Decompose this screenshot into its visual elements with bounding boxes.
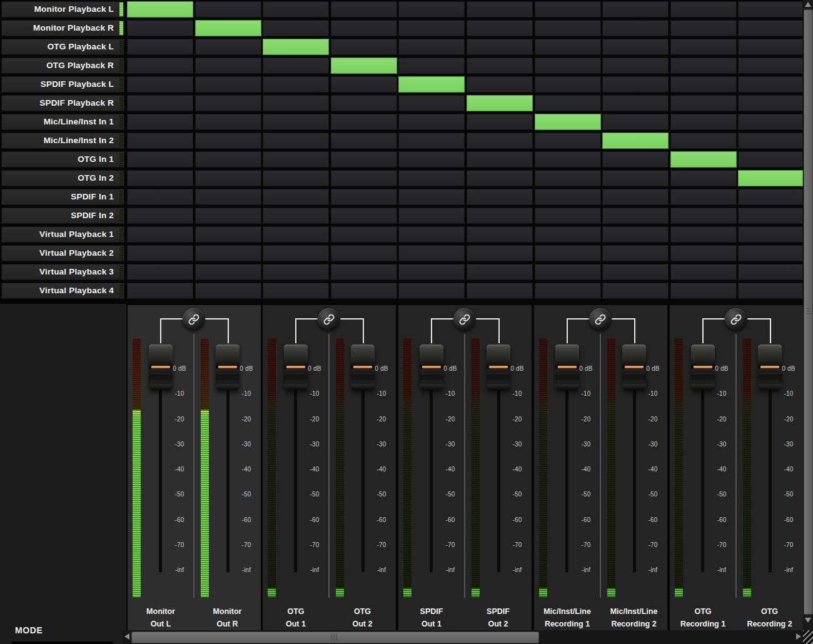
mode-select[interactable]: Advanced xyxy=(12,641,113,644)
matrix-cell[interactable] xyxy=(331,114,397,130)
matrix-cell[interactable] xyxy=(602,170,669,186)
matrix-cell[interactable] xyxy=(467,208,533,224)
matrix-cell[interactable] xyxy=(331,226,397,243)
matrix-cell[interactable] xyxy=(602,189,669,205)
matrix-cell[interactable] xyxy=(127,151,193,168)
matrix-cell[interactable] xyxy=(263,189,329,205)
matrix-cell[interactable] xyxy=(535,58,601,74)
matrix-cell[interactable] xyxy=(331,1,397,18)
matrix-cell[interactable] xyxy=(398,20,465,36)
matrix-cell[interactable] xyxy=(331,39,397,55)
matrix-cell[interactable] xyxy=(670,151,737,168)
matrix-cell[interactable] xyxy=(670,39,737,55)
matrix-cell[interactable] xyxy=(670,226,737,243)
matrix-cell[interactable] xyxy=(398,226,465,243)
matrix-cell[interactable] xyxy=(738,283,803,299)
matrix-cell[interactable] xyxy=(398,245,465,261)
matrix-cell[interactable] xyxy=(127,95,193,111)
matrix-cell[interactable] xyxy=(602,58,669,74)
matrix-cell[interactable] xyxy=(195,76,261,93)
matrix-cell[interactable] xyxy=(467,95,533,111)
matrix-cell[interactable] xyxy=(670,208,737,224)
matrix-cell[interactable] xyxy=(331,95,397,111)
matrix-cell[interactable] xyxy=(195,1,261,18)
matrix-cell[interactable] xyxy=(602,39,669,55)
matrix-cell[interactable] xyxy=(738,114,803,130)
matrix-cell[interactable] xyxy=(127,58,193,74)
matrix-cell[interactable] xyxy=(535,151,601,168)
matrix-cell[interactable] xyxy=(195,20,261,36)
matrix-cell[interactable] xyxy=(263,151,329,168)
matrix-cell[interactable] xyxy=(738,76,803,93)
matrix-cell[interactable] xyxy=(602,264,669,280)
matrix-cell[interactable] xyxy=(127,208,193,224)
matrix-cell[interactable] xyxy=(535,39,601,55)
matrix-cell[interactable] xyxy=(331,170,397,186)
matrix-cell[interactable] xyxy=(535,245,601,261)
matrix-cell[interactable] xyxy=(127,1,193,18)
matrix-cell[interactable] xyxy=(195,226,261,243)
matrix-cell[interactable] xyxy=(670,76,737,93)
matrix-cell[interactable] xyxy=(602,151,669,168)
matrix-cell[interactable] xyxy=(331,189,397,205)
matrix-cell[interactable] xyxy=(331,76,397,93)
matrix-cell[interactable] xyxy=(398,208,465,224)
matrix-cell[interactable] xyxy=(535,76,601,93)
matrix-cell[interactable] xyxy=(263,20,329,36)
matrix-cell[interactable] xyxy=(670,114,737,130)
matrix-cell[interactable] xyxy=(670,264,737,280)
matrix-cell[interactable] xyxy=(127,76,193,93)
horizontal-scrollbar[interactable] xyxy=(123,630,803,644)
matrix-cell[interactable] xyxy=(398,133,465,149)
matrix-cell[interactable] xyxy=(195,133,261,149)
matrix-cell[interactable] xyxy=(738,58,803,74)
matrix-cell[interactable] xyxy=(398,151,465,168)
matrix-cell[interactable] xyxy=(602,1,669,18)
matrix-cell[interactable] xyxy=(738,151,803,168)
matrix-cell[interactable] xyxy=(467,170,533,186)
matrix-cell[interactable] xyxy=(670,189,737,205)
matrix-cell[interactable] xyxy=(738,39,803,55)
matrix-cell[interactable] xyxy=(670,133,737,149)
matrix-cell[interactable] xyxy=(602,20,669,36)
matrix-cell[interactable] xyxy=(331,20,397,36)
matrix-cell[interactable] xyxy=(331,151,397,168)
matrix-cell[interactable] xyxy=(535,208,601,224)
matrix-cell[interactable] xyxy=(535,20,601,36)
matrix-cell[interactable] xyxy=(398,189,465,205)
matrix-cell[interactable] xyxy=(670,1,737,18)
matrix-cell[interactable] xyxy=(467,226,533,243)
matrix-cell[interactable] xyxy=(195,208,261,224)
matrix-cell[interactable] xyxy=(535,170,601,186)
matrix-cell[interactable] xyxy=(195,39,261,55)
matrix-cell[interactable] xyxy=(738,245,803,261)
matrix-cell[interactable] xyxy=(331,283,397,299)
matrix-cell[interactable] xyxy=(535,114,601,130)
matrix-cell[interactable] xyxy=(263,39,329,55)
matrix-cell[interactable] xyxy=(670,95,737,111)
matrix-cell[interactable] xyxy=(398,95,465,111)
matrix-cell[interactable] xyxy=(467,76,533,93)
matrix-cell[interactable] xyxy=(263,1,329,18)
matrix-cell[interactable] xyxy=(263,245,329,261)
matrix-cell[interactable] xyxy=(127,189,193,205)
matrix-cell[interactable] xyxy=(467,133,533,149)
matrix-cell[interactable] xyxy=(398,283,465,299)
matrix-cell[interactable] xyxy=(467,264,533,280)
matrix-cell[interactable] xyxy=(263,76,329,93)
matrix-cell[interactable] xyxy=(195,151,261,168)
matrix-cell[interactable] xyxy=(535,189,601,205)
matrix-cell[interactable] xyxy=(398,58,465,74)
matrix-cell[interactable] xyxy=(602,283,669,299)
matrix-cell[interactable] xyxy=(127,133,193,149)
matrix-cell[interactable] xyxy=(602,208,669,224)
matrix-cell[interactable] xyxy=(195,189,261,205)
matrix-cell[interactable] xyxy=(263,58,329,74)
matrix-cell[interactable] xyxy=(467,245,533,261)
scroll-up-arrow-icon[interactable] xyxy=(805,2,811,7)
matrix-cell[interactable] xyxy=(738,170,803,186)
matrix-cell[interactable] xyxy=(127,20,193,36)
matrix-cell[interactable] xyxy=(467,189,533,205)
matrix-cell[interactable] xyxy=(331,245,397,261)
matrix-cell[interactable] xyxy=(127,283,193,299)
